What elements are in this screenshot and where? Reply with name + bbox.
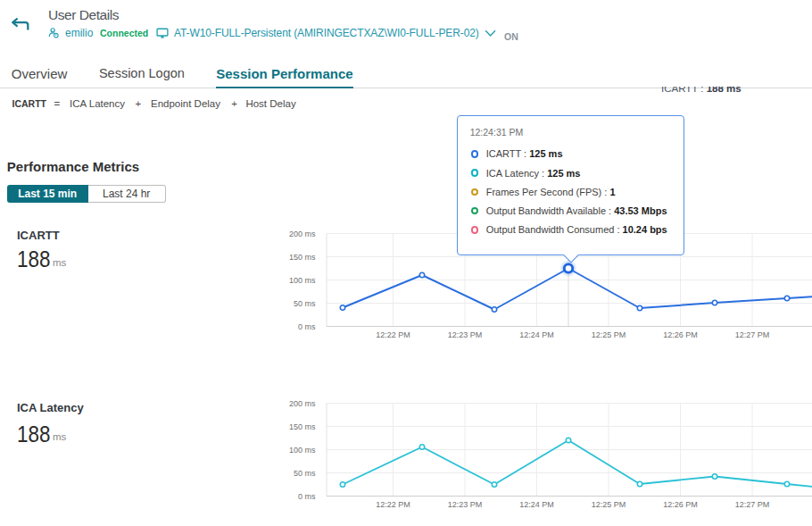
svg-text:200 ms: 200 ms bbox=[289, 399, 316, 408]
svg-text:12:25 PM: 12:25 PM bbox=[592, 500, 626, 509]
svg-text:100 ms: 100 ms bbox=[289, 276, 316, 285]
svg-text:12:27 PM: 12:27 PM bbox=[735, 500, 770, 509]
svg-text:12:25 PM: 12:25 PM bbox=[592, 330, 626, 339]
svg-text:50 ms: 50 ms bbox=[294, 299, 316, 308]
svg-text:12:22 PM: 12:22 PM bbox=[376, 330, 410, 339]
svg-text:12:23 PM: 12:23 PM bbox=[448, 330, 483, 339]
svg-text:200 ms: 200 ms bbox=[289, 230, 316, 238]
svg-text:100 ms: 100 ms bbox=[289, 446, 316, 455]
svg-text:50 ms: 50 ms bbox=[294, 469, 316, 478]
svg-text:150 ms: 150 ms bbox=[289, 422, 316, 431]
svg-text:12:23 PM: 12:23 PM bbox=[448, 500, 483, 509]
svg-text:0 ms: 0 ms bbox=[298, 492, 316, 501]
svg-text:12:27 PM: 12:27 PM bbox=[735, 330, 770, 339]
svg-text:12:24 PM: 12:24 PM bbox=[519, 330, 554, 339]
svg-text:0 ms: 0 ms bbox=[298, 322, 316, 331]
svg-text:12:26 PM: 12:26 PM bbox=[663, 500, 698, 509]
svg-text:12:24 PM: 12:24 PM bbox=[519, 500, 554, 509]
svg-text:12:26 PM: 12:26 PM bbox=[663, 330, 698, 339]
svg-text:12:22 PM: 12:22 PM bbox=[376, 500, 410, 509]
svg-text:150 ms: 150 ms bbox=[289, 253, 316, 262]
